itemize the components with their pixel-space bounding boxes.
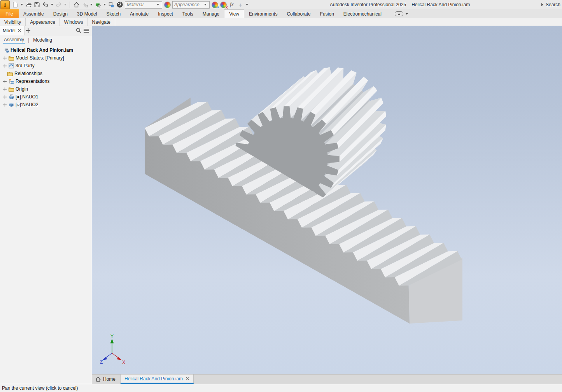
expand-icon[interactable] bbox=[2, 80, 7, 83]
tree-node-root[interactable]: Helical Rack And Pinion.iam bbox=[1, 46, 92, 54]
search-area[interactable]: Search bbox=[541, 0, 560, 9]
qat-overflow-caret[interactable] bbox=[246, 4, 248, 5]
panel-navigate[interactable]: Navigate bbox=[88, 18, 115, 26]
tab-tools[interactable]: Tools bbox=[178, 9, 198, 18]
appearance-combobox[interactable]: Appearance bbox=[172, 1, 210, 9]
tree-node-label: Model States: [Primary] bbox=[16, 55, 64, 61]
adjust-appearance-icon[interactable] bbox=[210, 0, 219, 9]
browser-tab-label: Model bbox=[3, 28, 16, 33]
expand-icon[interactable] bbox=[2, 103, 7, 107]
model-canvas[interactable]: Y Z X bbox=[92, 26, 562, 374]
tree-node-3rd-party[interactable]: 3rd Party bbox=[1, 62, 92, 70]
panel-visibility[interactable]: Visibility bbox=[0, 18, 26, 26]
doc-tab-home-label: Home bbox=[103, 376, 116, 382]
add-browser-tab-icon[interactable] bbox=[25, 27, 32, 35]
ribbon-collapse-control[interactable] bbox=[395, 9, 409, 18]
ribbon-panel-label-row: Visibility Appearance Windows Navigate bbox=[0, 18, 562, 26]
expand-icon[interactable] bbox=[2, 64, 7, 68]
new-document-icon[interactable] bbox=[11, 0, 19, 9]
save-icon[interactable] bbox=[33, 0, 41, 9]
tab-design[interactable]: Design bbox=[49, 9, 72, 18]
tab-assemble[interactable]: Assemble bbox=[19, 9, 49, 18]
tab-collaborate[interactable]: Collaborate bbox=[282, 9, 315, 18]
tree-node-representations[interactable]: Representations bbox=[1, 77, 92, 85]
3d-viewport[interactable]: Y Z X bbox=[92, 26, 562, 374]
ilogic-icon[interactable] bbox=[81, 0, 89, 9]
tab-annotate[interactable]: Annotate bbox=[125, 9, 153, 18]
home-icon bbox=[95, 376, 101, 382]
browser-search-icon[interactable] bbox=[75, 27, 82, 35]
browser-view-switcher: Assembly | Modeling bbox=[0, 35, 92, 45]
status-message: Pan the current view (click to cancel) bbox=[2, 385, 78, 391]
axis-z-label: Z bbox=[100, 359, 103, 365]
assembly-icon bbox=[3, 47, 9, 53]
doc-tab-close-icon[interactable] bbox=[186, 377, 189, 380]
tab-electromechanical[interactable]: Electromechanical bbox=[339, 9, 386, 18]
ribbon-collapse-caret[interactable] bbox=[406, 13, 408, 15]
expand-icon[interactable] bbox=[2, 88, 7, 91]
tab-manage[interactable]: Manage bbox=[198, 9, 224, 18]
window-titles: Autodesk Inventor Professional 2025 Heli… bbox=[330, 0, 470, 9]
browser-tab-model[interactable]: Model bbox=[0, 26, 25, 35]
tree-node-relationships[interactable]: Relationships bbox=[1, 70, 92, 77]
ribbon-collapse-icon[interactable] bbox=[395, 11, 403, 16]
redo-icon[interactable] bbox=[54, 0, 63, 9]
app-title: Autodesk Inventor Professional 2025 bbox=[330, 2, 406, 7]
material-combobox[interactable]: Material bbox=[125, 1, 162, 9]
new-document-caret[interactable] bbox=[21, 4, 23, 5]
material-combobox-caret[interactable] bbox=[157, 4, 159, 5]
document-title: Helical Rack And Pinion.iam bbox=[411, 2, 470, 7]
appearance-combobox-caret[interactable] bbox=[204, 4, 207, 5]
tree-node-label: [●]:NAUO1 bbox=[16, 94, 39, 100]
doc-tab-active-label: Helical Rack And Pinion.iam bbox=[124, 376, 183, 382]
browser-menu-icon[interactable] bbox=[82, 27, 90, 35]
undo-icon[interactable] bbox=[41, 0, 50, 9]
browser-view-assembly[interactable]: Assembly bbox=[3, 37, 25, 44]
document-tab-bar: Home Helical Rack And Pinion.iam bbox=[92, 374, 562, 384]
tree-node-label: Origin bbox=[16, 86, 28, 92]
select-component-icon[interactable] bbox=[94, 0, 102, 9]
home-view-icon[interactable] bbox=[72, 0, 81, 9]
open-file-icon[interactable] bbox=[24, 0, 33, 9]
quick-access-toolbar: I Material bbox=[0, 0, 249, 9]
collaborate-icon[interactable] bbox=[107, 0, 116, 9]
tree-node-origin[interactable]: Origin bbox=[1, 85, 92, 93]
redo-caret[interactable] bbox=[64, 4, 67, 5]
ilogic-caret[interactable] bbox=[90, 4, 93, 5]
panel-windows[interactable]: Windows bbox=[60, 18, 88, 26]
tab-inspect[interactable]: Inspect bbox=[153, 9, 178, 18]
tab-fusion[interactable]: Fusion bbox=[315, 9, 339, 18]
select-component-caret[interactable] bbox=[103, 4, 106, 5]
material-ball-icon[interactable] bbox=[116, 0, 124, 9]
browser-view-modeling[interactable]: Modeling bbox=[32, 37, 53, 43]
browser-header: Model bbox=[0, 26, 92, 35]
expand-icon[interactable] bbox=[2, 56, 7, 60]
appearance-wheel-icon[interactable] bbox=[163, 0, 172, 9]
tree-node-label: Representations bbox=[16, 79, 49, 84]
tree-node-model-states[interactable]: Model States: [Primary] bbox=[1, 54, 92, 62]
doc-tab-active[interactable]: Helical Rack And Pinion.iam bbox=[121, 374, 194, 384]
axis-y-label: Y bbox=[110, 334, 114, 339]
browser-tab-close-icon[interactable] bbox=[18, 29, 21, 32]
tab-3d-model[interactable]: 3D Model bbox=[72, 9, 102, 18]
panel-appearance[interactable]: Appearance bbox=[26, 18, 60, 26]
parameters-fx-icon[interactable] bbox=[228, 0, 236, 9]
inventor-logo-icon[interactable]: I bbox=[0, 0, 10, 9]
expand-icon[interactable] bbox=[2, 95, 7, 99]
tree-node-label: 3rd Party bbox=[16, 63, 35, 68]
tree-node-nauo2[interactable]: [○]:NAUO2 bbox=[1, 101, 92, 108]
status-bar: Pan the current view (click to cancel) bbox=[0, 384, 562, 392]
tab-view[interactable]: View bbox=[224, 9, 244, 18]
tab-sketch[interactable]: Sketch bbox=[102, 9, 125, 18]
undo-caret[interactable] bbox=[51, 4, 53, 5]
title-bar: I Material bbox=[0, 0, 562, 9]
toolbar-separator bbox=[70, 2, 70, 8]
doc-tab-home[interactable]: Home bbox=[92, 374, 121, 384]
add-command-icon[interactable] bbox=[236, 0, 245, 9]
tree-node-label: Helical Rack And Pinion.iam bbox=[11, 47, 73, 53]
tree-node-nauo1[interactable]: [●]:NAUO1 bbox=[1, 93, 92, 101]
tab-environments[interactable]: Environments bbox=[244, 9, 282, 18]
clear-appearance-icon[interactable] bbox=[219, 0, 228, 9]
search-expand-icon[interactable] bbox=[541, 3, 543, 6]
tab-file[interactable]: File bbox=[0, 9, 19, 18]
